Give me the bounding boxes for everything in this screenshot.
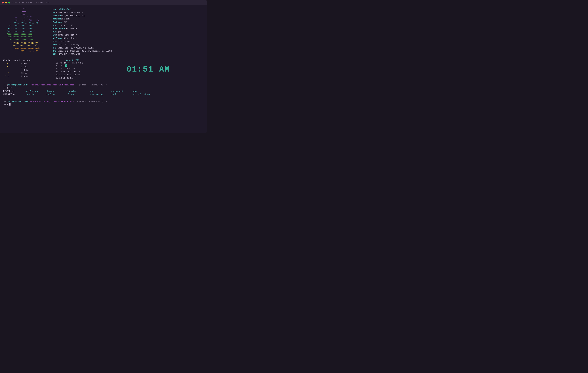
prompt-section-2: ╭─ (marslo@iMarsloPro ~/iMarslo/tools/gi… (3, 100, 204, 106)
info-username: marslo@iMarsloPro (53, 8, 204, 11)
prompt-command-ls: ╰─ $ ls (3, 86, 204, 89)
weather-icon: \ / .-'. -( )- `.-' / \ (3, 62, 19, 78)
calendar-row-2: 6 7 8 9 10 11 12 (56, 67, 90, 70)
ls-item-programming: programming (90, 93, 111, 96)
clock-section: 01:51 AM (93, 59, 204, 80)
ls-item-virtualization: virtualization (133, 93, 155, 96)
close-button[interactable] (2, 2, 4, 4)
info-kernel: Kernel: x86_64 Darwin 22.6.0 (53, 14, 204, 18)
titlebar-stats: 8/05, 01:55 0.0 kB↓ 0.0 kB↑ -bash (12, 2, 51, 4)
info-wm: WM: Quartz Compositor (53, 33, 204, 37)
info-font: Font: ComicMono (53, 40, 204, 43)
prompt-cursor-line: ╰─ $ (3, 103, 204, 106)
weather-visibility: 16 km (21, 72, 30, 75)
titlebar-kb-out: 0.0 kB↑ (36, 2, 43, 4)
ls-item-readme: README.md (3, 90, 25, 93)
info-resolution: Resolution: 3072x1920 (53, 27, 204, 31)
calendar-header: Su Mo Tu We Th Fr Sa (56, 62, 90, 64)
ls-output: README.md artifactory devops jenkins osx… (3, 90, 204, 96)
ls-item-cheatsheet: cheatsheet (25, 93, 46, 96)
clock-display: 01:51 AM (126, 65, 170, 74)
ls-row-2: SUMMARY.md cheatsheet english linux prog… (3, 93, 204, 96)
ls-item-vim: vim (133, 90, 155, 93)
calendar-row-3: 13 14 15 16 17 18 19 (56, 70, 90, 73)
calendar-section: August 2023 Su Mo Tu We Th Fr Sa 1 2 3 4… (56, 59, 90, 80)
weather-condition: Clear (21, 62, 30, 65)
ls-item-artifactory: artifactory (25, 90, 46, 93)
neofetch-section: -/+:. :++++. /+++/. .:-::- .+/:-``.::- .… (3, 8, 204, 56)
ls-item-screenshot: screenshot (111, 90, 133, 93)
terminal-window: 8/05, 01:55 0.0 kB↓ 0.0 kB↑ -bash -/+:. … (0, 0, 207, 133)
calendar-title: August 2023 (56, 59, 90, 62)
info-cpu: CPU: Intel Core i9-9980HK @ 2.40GHz (53, 46, 204, 50)
prompt-line-1: ╭─ (marslo@iMarsloPro ~/iMarslo/tools/gi… (3, 83, 204, 87)
ls-item-english: english (46, 93, 68, 96)
titlebar: 8/05, 01:55 0.0 kB↓ 0.0 kB↑ -bash (0, 0, 207, 5)
weather-section: Weather report: sanjose \ / .-'. -( )- `… (3, 59, 53, 80)
info-de: DE: Aqua (53, 31, 204, 34)
weather-precipitation: 0.0 mm (21, 75, 30, 78)
prompt-line-2: ╭─ (marslo@iMarsloPro ~/iMarslo/tools/gi… (3, 100, 204, 103)
minimize-button[interactable] (5, 2, 7, 4)
titlebar-date: 8/05, 01:55 (12, 2, 24, 4)
ls-item-devops: devops (46, 90, 68, 93)
cursor (9, 103, 10, 106)
terminal-body[interactable]: -/+:. :++++. /+++/. .:-::- .+/:-``.::- .… (0, 5, 207, 133)
info-os: OS: 64bit macOS 13.5 22G74 (53, 11, 204, 14)
info-wm-theme: WM Theme: Blue (Dark) (53, 37, 204, 40)
ls-row-1: README.md artifactory devops jenkins osx… (3, 90, 204, 93)
prompt-section-1: ╭─ (marslo@iMarsloPro ~/iMarslo/tools/gi… (3, 83, 204, 99)
info-uptime: Uptime: 11h 15m (53, 17, 204, 21)
weather-title: Weather report: sanjose (3, 59, 53, 62)
info-gpu: GPU: Intel UHD Graphics 630 / AMD Radeon… (53, 50, 204, 53)
calendar-row-5: 27 28 29 30 31 (56, 77, 90, 80)
ls-item-osx: osx (90, 90, 111, 93)
info-shell: Shell: bash 5.2.15 (53, 24, 204, 27)
calendar-row-1: 1 2 3 4 5 (56, 64, 90, 67)
weather-content: \ / .-'. -( )- `.-' / \ Clear 17 °C ↘ 2 … (3, 62, 53, 78)
calendar-row-4: 20 21 22 23 24 25 26 (56, 73, 90, 77)
ls-item-jenkins: jenkins (68, 90, 90, 93)
ls-item-linux: linux (68, 93, 90, 96)
prompt-continuation: › (3, 96, 204, 99)
titlebar-shell: -bash (45, 2, 51, 4)
ls-item-summary: SUMMARY.md (3, 93, 25, 96)
neofetch-art: -/+:. :++++. /+++/. .:-::- .+/:-``.::- .… (3, 8, 53, 56)
titlebar-kb-in: 0.0 kB↓ (26, 2, 33, 4)
bottom-section: Weather report: sanjose \ / .-'. -( )- `… (3, 59, 204, 80)
weather-temp: 17 °C (21, 65, 30, 69)
neofetch-info: marslo@iMarsloPro OS: 64bit macOS 13.5 2… (53, 8, 204, 56)
weather-wind: ↘ 2 m/s (21, 69, 30, 72)
info-packages: Packages: 214 (53, 21, 204, 24)
maximize-button[interactable] (8, 2, 10, 4)
calendar-today: 5 (65, 65, 67, 67)
weather-data: Clear 17 °C ↘ 2 m/s 16 km 0.0 mm (21, 62, 30, 78)
ls-item-tools: tools (111, 93, 133, 96)
info-disk: Disk: 1.1T / 2.1T (54%) (53, 43, 204, 46)
info-ram: RAM: 14398MiB / 32768MiB (53, 53, 204, 56)
